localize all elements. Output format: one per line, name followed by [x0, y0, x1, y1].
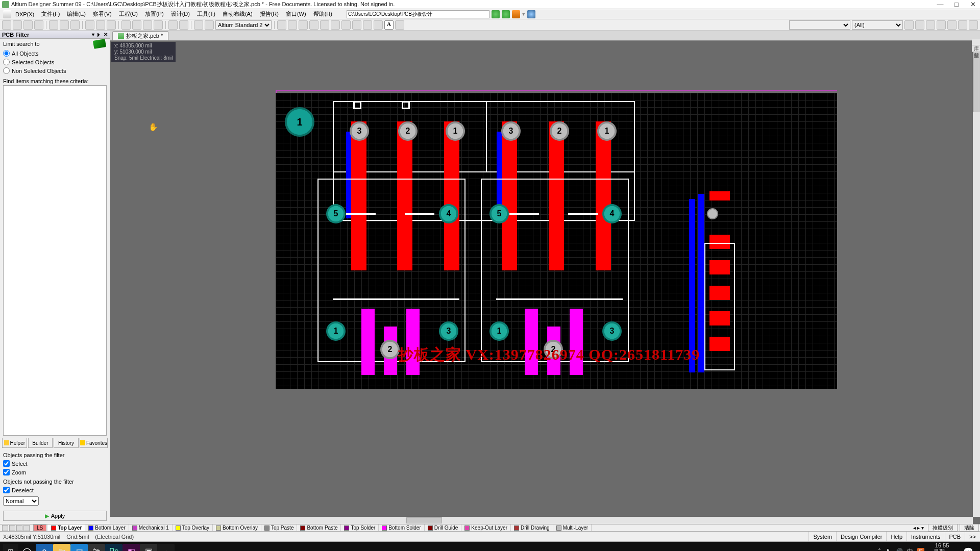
menu-report[interactable]: 报告(R) [257, 9, 282, 19]
tb-c[interactable] [299, 20, 308, 30]
tb-d[interactable] [309, 20, 318, 30]
panel-tab-help[interactable]: Help [886, 532, 906, 541]
tray-net-icon[interactable]: 🖧 [885, 548, 891, 551]
layer-tab-multi-layer[interactable]: Multi-Layer [553, 524, 592, 531]
mid-select[interactable] [789, 20, 850, 30]
layer-tab-top-paste[interactable]: Top Paste [261, 524, 297, 531]
tb-h[interactable] [352, 20, 361, 30]
select-button[interactable] [121, 20, 131, 30]
open-button[interactable] [13, 20, 22, 30]
view-mode-select[interactable]: Altium Standard 2D [215, 20, 272, 30]
new-button[interactable] [2, 20, 11, 30]
tray-sogou-icon[interactable]: S [917, 548, 924, 551]
go-icon[interactable] [492, 10, 500, 18]
taskbar-search-icon[interactable]: ◯ [18, 544, 36, 551]
layer-tab-bottom-solder[interactable]: Bottom Solder [379, 524, 424, 531]
tb-j[interactable] [374, 20, 383, 30]
menu-help[interactable]: 帮助(H) [310, 9, 335, 19]
tb-b[interactable] [288, 20, 297, 30]
pad-mid-r-5[interactable]: 5 [489, 204, 509, 223]
print-button[interactable] [34, 20, 43, 30]
vert-tab-lib[interactable]: 库 [972, 39, 980, 45]
rt-a[interactable] [904, 20, 914, 30]
builder-button[interactable]: Builder [28, 438, 53, 448]
helper-button[interactable]: Helper [2, 438, 27, 448]
redo-button[interactable] [179, 20, 188, 30]
rt-d[interactable] [937, 20, 946, 30]
taskbar-app4-icon[interactable]: ҂ [157, 544, 175, 551]
deselect-button[interactable] [143, 20, 152, 30]
menu-autoroute[interactable]: 自动布线(A) [219, 9, 256, 19]
zoom-selected-button[interactable] [70, 20, 80, 30]
ls-button[interactable]: LS [33, 524, 46, 531]
panel-tab-design-compiler[interactable]: Design Compiler [836, 532, 886, 541]
pad-b-2[interactable]: 2 [550, 121, 569, 141]
pad-bot-b-2[interactable]: 2 [544, 340, 563, 359]
system-tray[interactable]: ˄ 🖧 🔊 中 S [878, 547, 924, 552]
tray-chevron-icon[interactable]: ˄ [878, 548, 881, 551]
notifications-icon[interactable]: 💬 [960, 544, 977, 551]
layer-tab-top-overlay[interactable]: Top Overlay [173, 524, 213, 531]
layer-tab-bottom-overlay[interactable]: Bottom Overlay [213, 524, 261, 531]
clear-button[interactable]: 清除 [960, 524, 979, 532]
maximize-button[interactable]: □ [951, 1, 962, 8]
horizontal-scrollbar[interactable] [110, 517, 973, 524]
pad-mid-l-5[interactable]: 5 [326, 204, 346, 223]
filter-select[interactable]: (All) [852, 20, 903, 30]
taskbar-app2-icon[interactable]: ◧ [122, 544, 140, 551]
layer-nav-prev[interactable] [9, 525, 15, 531]
favorites-button[interactable]: Favorites [80, 438, 108, 448]
pad-bot-b-3[interactable]: 3 [602, 321, 622, 341]
layer-arrows-right[interactable]: ◂ ▸ ▾ [910, 525, 927, 531]
grid-button[interactable] [194, 20, 203, 30]
tb-f[interactable] [331, 20, 340, 30]
criteria-textarea[interactable] [3, 85, 107, 436]
panel-tab-more[interactable]: >> [965, 532, 980, 541]
layer-tab-drill-guide[interactable]: Drill Guide [425, 524, 462, 531]
mask-level-button[interactable]: 掩膜级别 [928, 524, 958, 532]
pad-bot-a-1[interactable]: 1 [326, 321, 346, 341]
radio-all-objects[interactable] [3, 50, 10, 57]
deselect-checkbox[interactable] [3, 487, 10, 493]
pad-big-1[interactable]: 1 [285, 107, 314, 137]
taskbar-store-icon[interactable]: 🛍 [88, 544, 105, 551]
refresh-icon[interactable] [502, 10, 510, 18]
taskbar-ps-icon[interactable]: Ps [105, 544, 122, 551]
rt-f[interactable] [958, 20, 967, 30]
vert-tab-clip[interactable]: 剪贴板 [972, 45, 980, 52]
tb-g[interactable] [341, 20, 351, 30]
layer-tab-top-layer[interactable]: Top Layer [48, 524, 85, 531]
layer-tab-mechanical-1[interactable]: Mechanical 1 [129, 524, 173, 531]
layer-tab-keep-out-layer[interactable]: Keep-Out Layer [461, 524, 511, 531]
panel-tab-system[interactable]: System [808, 532, 836, 541]
paste-button[interactable] [107, 20, 116, 30]
cut-button[interactable] [85, 20, 94, 30]
history-button[interactable]: History [54, 438, 79, 448]
path-input[interactable] [347, 10, 489, 18]
menu-view[interactable]: 察看(V) [90, 9, 115, 19]
radio-selected-objects[interactable] [3, 59, 10, 65]
pad-b-3[interactable]: 3 [501, 121, 521, 141]
select-checkbox[interactable] [3, 460, 10, 467]
panel-pin-icon[interactable]: ⏵ [96, 32, 102, 37]
menu-place[interactable]: 放置(P) [142, 9, 167, 19]
pad-a-2[interactable]: 2 [398, 121, 418, 141]
panel-tab-instruments[interactable]: Instruments [906, 532, 944, 541]
panel-close-icon[interactable]: ✕ [104, 32, 108, 37]
dxp-icon[interactable] [3, 10, 11, 18]
guide-button[interactable] [205, 20, 214, 30]
panel-dropdown-icon[interactable]: ▾ [92, 32, 94, 37]
home-icon[interactable] [512, 10, 520, 18]
layer-nav-next[interactable] [16, 525, 22, 531]
move-button[interactable] [132, 20, 141, 30]
clear-button[interactable] [154, 20, 163, 30]
pad-b-1[interactable]: 1 [597, 121, 617, 141]
menu-dxp[interactable]: DXP(X) [12, 10, 37, 18]
layer-tab-bottom-paste[interactable]: Bottom Paste [297, 524, 341, 531]
pad-mid-l-4[interactable]: 4 [439, 204, 458, 223]
layer-nav-last[interactable] [23, 525, 30, 531]
radio-non-selected-objects[interactable] [3, 67, 10, 74]
pad-bot-a-3[interactable]: 3 [439, 321, 458, 341]
rt-b[interactable] [915, 20, 924, 30]
pad-edge[interactable] [707, 208, 718, 219]
